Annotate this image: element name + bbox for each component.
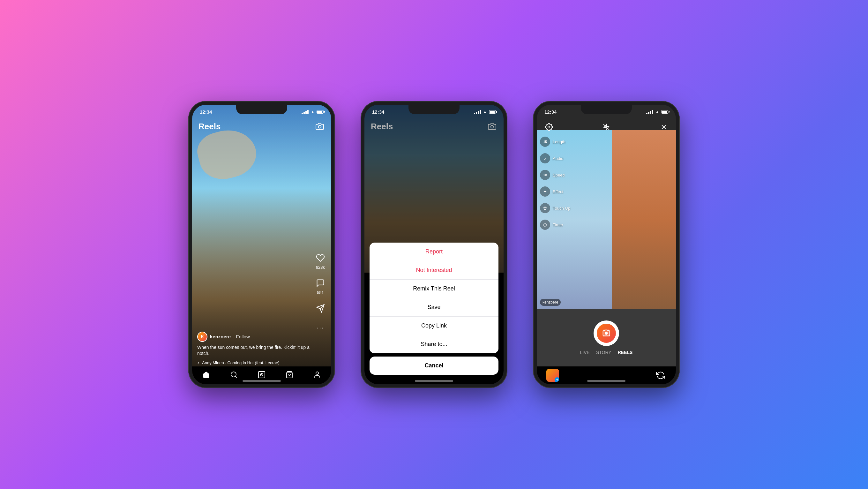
signal-icon-3 xyxy=(646,110,653,114)
status-time-3: 12:34 xyxy=(545,109,557,115)
notch-2 xyxy=(408,105,460,114)
camera-header-3 xyxy=(537,119,676,135)
mode-live[interactable]: LIVE xyxy=(580,350,590,355)
action-copy-link[interactable]: Copy Link xyxy=(370,317,498,335)
status-time-1: 12:34 xyxy=(200,109,212,115)
battery-icon-3 xyxy=(661,110,668,114)
notch-3 xyxy=(581,105,632,114)
action-sheet-main: Report Not Interested Remix This Reel Sa… xyxy=(370,243,498,353)
flash-button-3[interactable] xyxy=(600,121,612,133)
audio-icon: ♪ xyxy=(540,153,550,163)
reel-info-1: K kenzoere · Follow When the sun comes o… xyxy=(197,332,312,365)
follow-button-1[interactable]: · Follow xyxy=(233,334,250,339)
home-indicator-2 xyxy=(415,380,453,382)
nav-home-1[interactable] xyxy=(199,368,213,382)
like-count-1: 823k xyxy=(316,265,325,270)
reels-title-1: Reels xyxy=(198,122,220,131)
home-indicator-1 xyxy=(243,380,281,382)
action-cancel[interactable]: Cancel xyxy=(370,357,498,375)
effect-label: Effect xyxy=(553,189,563,194)
signal-icon-2 xyxy=(474,110,481,114)
phone-2-screen: 12:34 ▲ Reels xyxy=(365,105,503,384)
camera-modes: LIVE STORY REELS xyxy=(574,350,639,355)
action-report[interactable]: Report xyxy=(370,243,498,261)
comment-icon-1 xyxy=(315,277,326,289)
speed-icon: 1× xyxy=(540,170,550,180)
capture-button[interactable] xyxy=(594,320,619,346)
action-not-interested[interactable]: Not Interested xyxy=(370,261,498,280)
flip-camera-button[interactable] xyxy=(655,370,666,381)
mode-reels[interactable]: REELS xyxy=(618,350,633,355)
svg-line-4 xyxy=(235,376,237,377)
action-share-to[interactable]: Share to... xyxy=(370,335,498,353)
phone-2: 12:34 ▲ Reels xyxy=(361,101,507,388)
length-icon: 15 xyxy=(540,136,550,147)
mode-story[interactable]: STORY xyxy=(596,350,612,355)
camera-left-panel: 15 Length ♪ Audio 1× Speed xyxy=(537,130,612,309)
battery-icon-2 xyxy=(489,110,496,114)
username-1[interactable]: kenzoere xyxy=(210,334,231,339)
settings-button-3[interactable] xyxy=(543,121,555,133)
svg-point-11 xyxy=(548,126,550,128)
comment-button-1[interactable]: 551 xyxy=(315,277,326,295)
reels-header-1: Reels xyxy=(192,119,331,134)
home-indicator-3 xyxy=(587,380,625,382)
ellipsis-icon-1: ··· xyxy=(315,322,326,333)
svg-point-3 xyxy=(231,372,236,377)
left-username-badge: kenzoere xyxy=(540,299,561,306)
status-icons-1: ▲ xyxy=(302,110,323,114)
more-button-1[interactable]: ··· xyxy=(315,322,326,333)
thumbnail-button[interactable] xyxy=(546,369,559,382)
camera-right-panel xyxy=(612,130,676,309)
tool-length[interactable]: 15 Length xyxy=(540,136,570,147)
length-label: Length xyxy=(553,140,565,144)
phone-3-screen: 12:34 ▲ xyxy=(537,105,676,384)
battery-icon-1 xyxy=(316,110,323,114)
like-button-1[interactable]: 823k xyxy=(315,252,326,270)
share-icon-1 xyxy=(315,303,326,314)
status-icons-3: ▲ xyxy=(646,110,668,114)
audio-label: Audio xyxy=(553,156,563,161)
speed-label: Speed xyxy=(553,173,565,178)
tool-timer[interactable]: ◷ Timer xyxy=(540,220,570,230)
touchup-label: Touch Up xyxy=(553,206,570,211)
camera-controls-area: LIVE STORY REELS xyxy=(537,309,676,366)
right-actions-1: 823k 551 ··· xyxy=(315,252,326,333)
timer-icon: ◷ xyxy=(540,220,550,230)
svg-point-17 xyxy=(605,332,608,335)
wifi-icon-1: ▲ xyxy=(310,110,315,114)
effect-icon: ✦ xyxy=(540,186,550,196)
action-save[interactable]: Save xyxy=(370,298,498,317)
camera-button-1[interactable] xyxy=(315,121,325,131)
wifi-icon-3: ▲ xyxy=(655,110,659,114)
audio-label-1: Andy Mineo · Coming in Hot (feat. Lecrae… xyxy=(202,360,280,365)
caption-1: When the sun comes out, we bring the fir… xyxy=(197,344,312,357)
signal-icon-1 xyxy=(302,110,309,114)
audio-row-1: ♪ Andy Mineo · Coming in Hot (feat. Lecr… xyxy=(197,360,312,365)
camera-tools: 15 Length ♪ Audio 1× Speed xyxy=(540,136,570,230)
action-remix[interactable]: Remix This Reel xyxy=(370,280,498,298)
nav-profile-1[interactable] xyxy=(310,368,324,382)
phone-3: 12:34 ▲ xyxy=(533,101,680,388)
tool-effect[interactable]: ✦ Effect xyxy=(540,186,570,196)
share-button-1[interactable] xyxy=(315,303,326,314)
nav-reels-1[interactable] xyxy=(255,368,269,382)
touchup-icon: ✿ xyxy=(540,203,550,213)
split-view-3: 15 Length ♪ Audio 1× Speed xyxy=(537,130,676,309)
svg-point-9 xyxy=(316,372,318,374)
nav-shop-1[interactable] xyxy=(282,368,297,382)
tool-speed[interactable]: 1× Speed xyxy=(540,170,570,180)
timer-label: Timer xyxy=(553,222,563,227)
close-button-3[interactable] xyxy=(658,121,670,133)
nav-search-1[interactable] xyxy=(227,368,241,382)
comment-count-1: 551 xyxy=(317,290,324,295)
action-sheet: Report Not Interested Remix This Reel Sa… xyxy=(370,243,498,375)
tool-audio[interactable]: ♪ Audio xyxy=(540,153,570,163)
spacer xyxy=(601,370,613,381)
capture-btn-inner xyxy=(597,324,616,343)
phone-1: 12:34 ▲ Reels xyxy=(188,101,335,388)
phone-1-screen: 12:34 ▲ Reels xyxy=(192,105,331,384)
tool-touchup[interactable]: ✿ Touch Up xyxy=(540,203,570,213)
svg-point-0 xyxy=(318,125,321,128)
status-time-2: 12:34 xyxy=(372,109,384,115)
